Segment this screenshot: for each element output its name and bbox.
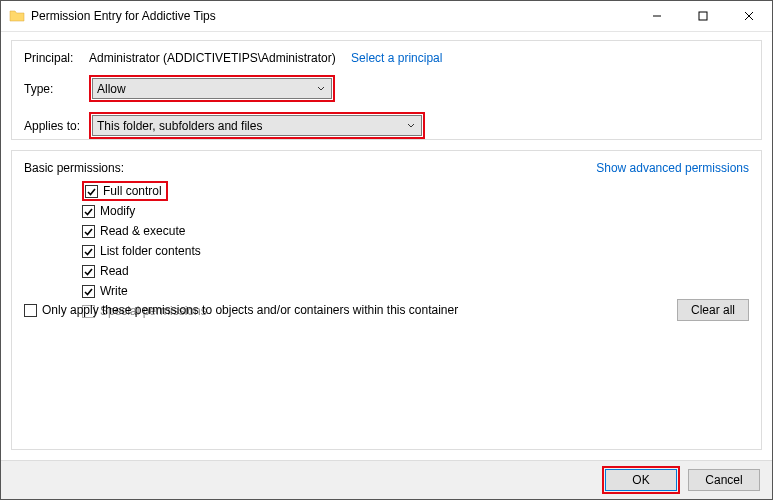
clear-all-button[interactable]: Clear all bbox=[677, 299, 749, 321]
applies-to-select[interactable]: This folder, subfolders and files bbox=[92, 115, 422, 136]
close-button[interactable] bbox=[726, 1, 772, 31]
write-checkbox[interactable] bbox=[82, 285, 95, 298]
write-label: Write bbox=[100, 284, 128, 298]
object-group: Principal: Administrator (ADDICTIVETIPS\… bbox=[11, 40, 762, 140]
modify-checkbox[interactable] bbox=[82, 205, 95, 218]
window-controls bbox=[634, 1, 772, 31]
applies-to-label: Applies to: bbox=[24, 119, 89, 133]
permission-entry-window: Permission Entry for Addictive Tips Prin… bbox=[0, 0, 773, 500]
list-folder-checkbox[interactable] bbox=[82, 245, 95, 258]
maximize-button[interactable] bbox=[680, 1, 726, 31]
minimize-button[interactable] bbox=[634, 1, 680, 31]
principal-value: Administrator (ADDICTIVETIPS\Administrat… bbox=[89, 51, 336, 65]
ok-button[interactable]: OK bbox=[605, 469, 677, 491]
full-control-checkbox[interactable] bbox=[85, 185, 98, 198]
cancel-button[interactable]: Cancel bbox=[688, 469, 760, 491]
principal-row: Principal: Administrator (ADDICTIVETIPS\… bbox=[24, 51, 749, 65]
read-execute-checkbox[interactable] bbox=[82, 225, 95, 238]
permissions-group: Basic permissions: Show advanced permiss… bbox=[11, 150, 762, 450]
svg-rect-1 bbox=[699, 12, 707, 20]
select-principal-link[interactable]: Select a principal bbox=[351, 51, 442, 65]
only-apply-row: Only apply these permissions to objects … bbox=[24, 303, 458, 317]
only-apply-checkbox[interactable] bbox=[24, 304, 37, 317]
principal-label: Principal: bbox=[24, 51, 89, 65]
full-control-label: Full control bbox=[103, 184, 162, 198]
chevron-down-icon bbox=[405, 122, 417, 130]
read-checkbox[interactable] bbox=[82, 265, 95, 278]
type-select[interactable]: Allow bbox=[92, 78, 332, 99]
type-select-value: Allow bbox=[97, 82, 315, 96]
show-advanced-link[interactable]: Show advanced permissions bbox=[596, 161, 749, 175]
read-execute-label: Read & execute bbox=[100, 224, 185, 238]
permissions-list: Full control Modify Read & execute bbox=[82, 181, 749, 321]
applies-to-value: This folder, subfolders and files bbox=[97, 119, 405, 133]
window-title: Permission Entry for Addictive Tips bbox=[31, 9, 216, 23]
folder-icon bbox=[9, 8, 25, 24]
list-folder-label: List folder contents bbox=[100, 244, 201, 258]
only-apply-label: Only apply these permissions to objects … bbox=[42, 303, 458, 317]
modify-label: Modify bbox=[100, 204, 135, 218]
type-label: Type: bbox=[24, 82, 89, 96]
content-area: Principal: Administrator (ADDICTIVETIPS\… bbox=[1, 32, 772, 460]
chevron-down-icon bbox=[315, 85, 327, 93]
dialog-footer: OK Cancel bbox=[1, 460, 772, 499]
type-row: Type: Allow bbox=[24, 75, 749, 102]
title-bar: Permission Entry for Addictive Tips bbox=[1, 1, 772, 32]
applies-to-row: Applies to: This folder, subfolders and … bbox=[24, 112, 749, 139]
read-label: Read bbox=[100, 264, 129, 278]
